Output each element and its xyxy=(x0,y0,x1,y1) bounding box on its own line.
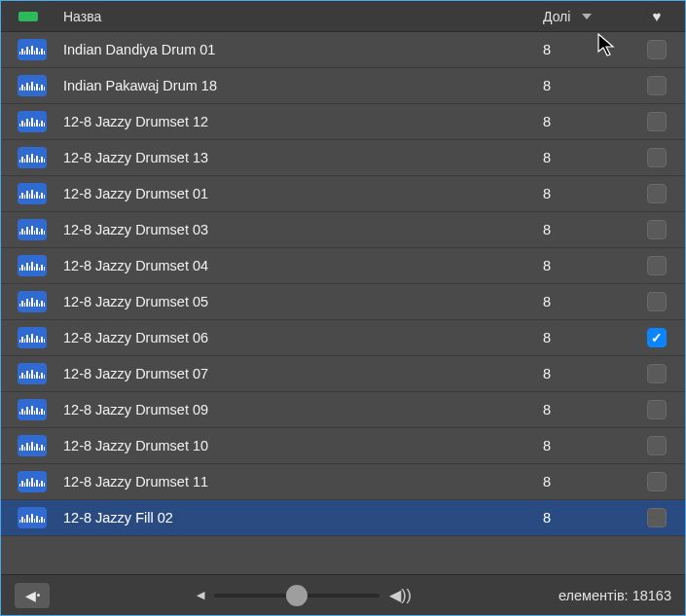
loop-type-cell xyxy=(1,327,55,348)
library-indicator[interactable] xyxy=(1,1,55,31)
loop-name: 12-8 Jazzy Drumset 04 xyxy=(55,258,539,273)
audio-loop-icon xyxy=(18,327,47,348)
audio-loop-icon xyxy=(18,363,47,384)
table-row[interactable]: 12-8 Jazzy Drumset 018 xyxy=(1,176,685,212)
chevron-down-icon xyxy=(582,14,592,19)
audio-loop-icon xyxy=(18,507,47,528)
loop-beats: 8 xyxy=(539,258,629,273)
item-count-label: елементів: 18163 xyxy=(559,588,671,603)
speaker-icon: ◀ xyxy=(25,588,36,603)
loop-type-cell xyxy=(1,399,55,420)
table-row[interactable]: 12-8 Jazzy Drumset 078 xyxy=(1,356,685,392)
favorite-cell xyxy=(629,436,685,455)
audio-loop-icon xyxy=(18,39,47,60)
table-row[interactable]: 12-8 Jazzy Drumset 098 xyxy=(1,392,685,428)
favorite-checkbox[interactable] xyxy=(647,112,667,131)
favorite-checkbox[interactable] xyxy=(647,472,667,491)
loop-beats: 8 xyxy=(539,114,629,129)
loop-beats: 8 xyxy=(539,474,629,489)
table-row[interactable]: 12-8 Jazzy Drumset 108 xyxy=(1,428,685,464)
table-row[interactable]: Indian Dandiya Drum 018 xyxy=(1,32,685,68)
audio-loop-icon xyxy=(18,75,47,96)
audio-loop-icon xyxy=(18,399,47,420)
column-beats-label: Долі xyxy=(543,9,570,24)
loop-beats: 8 xyxy=(539,510,629,525)
loop-type-cell xyxy=(1,147,55,168)
favorite-checkbox[interactable] xyxy=(647,76,667,95)
loop-type-cell xyxy=(1,111,55,132)
favorite-cell xyxy=(629,220,685,239)
loop-name: 12-8 Jazzy Drumset 11 xyxy=(55,474,539,489)
table-row[interactable]: 12-8 Jazzy Drumset 058 xyxy=(1,284,685,320)
favorite-checkbox[interactable] xyxy=(647,292,667,311)
loop-beats: 8 xyxy=(539,150,629,165)
loop-type-cell xyxy=(1,507,55,528)
audio-loop-icon xyxy=(18,183,47,204)
loop-name: 12-8 Jazzy Drumset 06 xyxy=(55,330,539,345)
volume-low-icon: ◀ xyxy=(197,589,204,601)
favorite-checkbox[interactable] xyxy=(647,508,667,527)
favorite-checkbox[interactable] xyxy=(647,256,667,275)
table-header: Назва Долі ♥ xyxy=(1,1,685,32)
audio-loop-icon xyxy=(18,291,47,312)
table-row[interactable]: 12-8 Jazzy Fill 028 xyxy=(1,500,685,536)
favorite-cell: ✓ xyxy=(629,328,685,347)
column-name-header[interactable]: Назва xyxy=(55,9,539,24)
volume-slider[interactable] xyxy=(214,594,379,598)
loop-beats: 8 xyxy=(539,402,629,417)
loop-name: 12-8 Jazzy Drumset 07 xyxy=(55,366,539,381)
favorite-cell xyxy=(629,256,685,275)
preview-button[interactable]: ◀ xyxy=(15,583,50,608)
loop-type-cell xyxy=(1,183,55,204)
table-row[interactable]: Indian Pakawaj Drum 188 xyxy=(1,68,685,104)
table-row[interactable]: 12-8 Jazzy Drumset 068✓ xyxy=(1,320,685,356)
volume-high-icon: ◀)) xyxy=(389,586,412,604)
loop-type-cell xyxy=(1,219,55,240)
table-row[interactable]: 12-8 Jazzy Drumset 038 xyxy=(1,212,685,248)
heart-icon: ♥ xyxy=(653,8,662,24)
loop-name: Indian Dandiya Drum 01 xyxy=(55,42,539,57)
loop-beats: 8 xyxy=(539,438,629,453)
loop-beats: 8 xyxy=(539,366,629,381)
favorite-cell xyxy=(629,508,685,527)
table-row[interactable]: 12-8 Jazzy Drumset 048 xyxy=(1,248,685,284)
favorite-checkbox[interactable] xyxy=(647,400,667,419)
column-beats-header[interactable]: Долі xyxy=(539,9,629,24)
favorite-checkbox[interactable]: ✓ xyxy=(647,328,667,347)
loop-name: 12-8 Jazzy Drumset 13 xyxy=(55,150,539,165)
table-row[interactable]: 12-8 Jazzy Drumset 138 xyxy=(1,140,685,176)
loop-beats: 8 xyxy=(539,186,629,201)
favorite-cell xyxy=(629,112,685,131)
loop-beats: 8 xyxy=(539,78,629,93)
favorite-checkbox[interactable] xyxy=(647,364,667,383)
loop-type-cell xyxy=(1,471,55,492)
loop-beats: 8 xyxy=(539,42,629,57)
loop-type-cell xyxy=(1,435,55,456)
footer-bar: ◀ ◀ ◀)) елементів: 18163 xyxy=(1,574,685,615)
loop-name: 12-8 Jazzy Drumset 05 xyxy=(55,294,539,309)
audio-loop-icon xyxy=(18,471,47,492)
check-icon: ✓ xyxy=(651,331,663,344)
favorite-checkbox[interactable] xyxy=(647,436,667,455)
audio-loop-icon xyxy=(18,219,47,240)
favorite-cell xyxy=(629,364,685,383)
favorite-checkbox[interactable] xyxy=(647,40,667,59)
loop-list: Indian Dandiya Drum 018Indian Pakawaj Dr… xyxy=(1,32,685,574)
audio-loop-icon xyxy=(18,255,47,276)
loop-beats: 8 xyxy=(539,222,629,237)
favorite-checkbox[interactable] xyxy=(647,148,667,167)
table-row[interactable]: 12-8 Jazzy Drumset 118 xyxy=(1,464,685,500)
indicator-icon xyxy=(18,12,38,21)
loop-name: Indian Pakawaj Drum 18 xyxy=(55,78,539,93)
favorite-cell xyxy=(629,400,685,419)
audio-loop-icon xyxy=(18,147,47,168)
favorite-checkbox[interactable] xyxy=(647,220,667,239)
volume-slider-thumb[interactable] xyxy=(286,585,307,606)
favorite-cell xyxy=(629,148,685,167)
audio-loop-icon xyxy=(18,111,47,132)
table-row[interactable]: 12-8 Jazzy Drumset 128 xyxy=(1,104,685,140)
column-favorite-header[interactable]: ♥ xyxy=(629,8,685,24)
favorite-checkbox[interactable] xyxy=(647,184,667,203)
loop-name: 12-8 Jazzy Drumset 12 xyxy=(55,114,539,129)
loop-type-cell xyxy=(1,255,55,276)
